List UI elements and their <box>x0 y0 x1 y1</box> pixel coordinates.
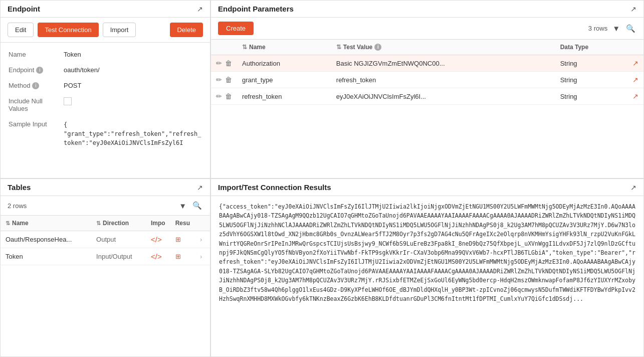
edit-row3-icon[interactable]: ✏ <box>216 92 222 100</box>
params-rows-info: 3 rows ▼ 🔍 <box>588 23 636 34</box>
tables-toolbar: 2 rows ▼ 🔍 <box>1 196 210 216</box>
params-table-header-row: ⇅ Name ⇅ Test Value i Data Type <box>211 40 643 55</box>
name-value: Token <box>64 49 202 58</box>
tables-result-col-header: Resu <box>170 216 195 231</box>
endpoint-toolbar: Edit Test Connection Import Delete <box>1 18 210 43</box>
ext-link-col-header <box>627 40 643 55</box>
tables-row2-grid-icon[interactable]: ⊞ <box>170 248 195 265</box>
row1-ext-link[interactable]: ↗ <box>627 55 643 72</box>
tables-row2-name: Token <box>1 248 91 265</box>
test-connection-button[interactable]: Test Connection <box>38 23 98 37</box>
results-text: {"access_token":"eyJ0eXAiOiJNVClsImFsZyI… <box>219 202 635 303</box>
name-row: Name Token <box>9 49 202 58</box>
endpoint-info-icon[interactable]: i <box>36 67 43 74</box>
results-title: Import/Test Connection Results <box>218 183 331 192</box>
method-label: Method i <box>9 80 64 89</box>
import-button[interactable]: Import <box>103 23 136 37</box>
include-null-row: Include Null Values <box>9 95 202 112</box>
tables-row2-direction: Input/Output <box>91 248 146 265</box>
test-val-info-icon[interactable]: i <box>374 44 381 51</box>
method-value: POST <box>64 80 202 89</box>
tables-table-container: ⇅ Name ⇅ Direction Impo Resu <box>1 216 210 356</box>
create-button[interactable]: Create <box>218 22 254 35</box>
tables-row2-code-icon[interactable]: </> <box>146 248 170 265</box>
row2-actions: ✏ 🗑 <box>211 72 237 88</box>
row2-name: grant_type <box>237 72 331 88</box>
results-expand-icon[interactable]: ↗ <box>630 184 636 192</box>
row2-data-type: String <box>555 72 627 88</box>
params-panel: Endpoint Parameters ↗ Create 3 rows ▼ 🔍 … <box>210 0 644 178</box>
tables-title: Tables <box>8 183 31 192</box>
tables-row1-name: Oauth/ResponseHea... <box>1 231 91 248</box>
test-value-col-header[interactable]: ⇅ Test Value i <box>331 40 555 55</box>
tables-row1-grid-icon[interactable]: ⊞ <box>170 231 195 248</box>
sample-input-value: { "grant_type":"refresh_token","refresh_… <box>64 118 202 147</box>
results-header: Import/Test Connection Results ↗ <box>211 179 643 196</box>
params-search-icon[interactable]: 🔍 <box>625 23 636 34</box>
checkbox[interactable] <box>64 97 72 105</box>
row3-name: refresh_token <box>237 88 331 105</box>
params-table-container: ⇅ Name ⇅ Test Value i Data Type <box>211 40 643 178</box>
delete-row1-icon[interactable]: 🗑 <box>225 59 232 67</box>
tables-search-icon[interactable]: 🔍 <box>191 200 203 211</box>
results-panel: Import/Test Connection Results ↗ {"acces… <box>210 178 644 357</box>
sample-input-label: Sample Input <box>9 118 64 128</box>
row2-test-value: refresh_token <box>331 72 555 88</box>
endpoint-content: Name Token Endpoint i oauth/token/ Metho… <box>1 43 210 178</box>
params-title: Endpoint Parameters <box>218 5 294 13</box>
tables-row1-arrow[interactable]: › <box>195 231 210 248</box>
endpoint-value: oauth/token/ <box>64 64 202 74</box>
tables-name-col-header[interactable]: ⇅ Name <box>1 216 91 231</box>
delete-row2-icon[interactable]: 🗑 <box>225 76 232 84</box>
params-filter-icon[interactable]: ▼ <box>611 23 621 34</box>
tables-header: Tables ↗ <box>1 179 210 196</box>
params-expand-icon[interactable]: ↗ <box>630 5 636 13</box>
tables-rows-count: 2 rows <box>8 202 27 210</box>
params-toolbar: Create 3 rows ▼ 🔍 <box>211 18 643 40</box>
params-header: Endpoint Parameters ↗ <box>211 1 643 18</box>
tables-row2-arrow[interactable]: › <box>195 248 210 265</box>
method-row: Method i POST <box>9 80 202 89</box>
table-row: ✏ 🗑 Authorization Basic NGJIZGVmZmEtNWQ0… <box>211 55 643 72</box>
table-row: ✏ 🗑 grant_type refresh_token String ↗ <box>211 72 643 88</box>
row1-data-type: String <box>555 55 627 72</box>
endpoint-title: Endpoint <box>8 5 40 13</box>
endpoint-expand-icon[interactable]: ↗ <box>197 5 203 13</box>
results-content: {"access_token":"eyJ0eXAiOiJNVClsImFsZyI… <box>211 196 643 356</box>
edit-row2-icon[interactable]: ✏ <box>216 76 222 84</box>
params-rows-count: 3 rows <box>588 25 607 32</box>
tables-table: ⇅ Name ⇅ Direction Impo Resu <box>1 216 210 265</box>
include-null-checkbox[interactable] <box>64 95 202 107</box>
actions-col-header <box>211 40 237 55</box>
edit-button[interactable]: Edit <box>8 23 34 37</box>
tables-filter-icon[interactable]: ▼ <box>178 201 187 211</box>
row3-actions: ✏ 🗑 <box>211 88 237 105</box>
delete-row3-icon[interactable]: 🗑 <box>225 92 232 100</box>
endpoint-header: Endpoint ↗ <box>1 1 210 18</box>
delete-button[interactable]: Delete <box>170 23 203 37</box>
endpoint-row: Endpoint i oauth/token/ <box>9 64 202 74</box>
row3-test-value: eyJ0eXAiOiJNVClsImFsZyl6I... <box>331 88 555 105</box>
tables-expand-icon[interactable]: ↗ <box>197 184 203 192</box>
sample-input-row: Sample Input { "grant_type":"refresh_tok… <box>9 118 202 147</box>
sort-icon: ⇅ <box>242 44 247 51</box>
tables-nav-col-header <box>195 216 210 231</box>
row3-ext-link[interactable]: ↗ <box>627 88 643 105</box>
row1-test-value: Basic NGJIZGVmZmEtNWQ0NC00... <box>331 55 555 72</box>
tables-row1-code-icon[interactable]: </> <box>146 231 170 248</box>
endpoint-label: Endpoint i <box>9 64 64 74</box>
row1-actions: ✏ 🗑 <box>211 55 237 72</box>
row2-ext-link[interactable]: ↗ <box>627 72 643 88</box>
tables-panel: Tables ↗ 2 rows ▼ 🔍 ⇅ Name ⇅ <box>0 178 210 357</box>
method-info-icon[interactable]: i <box>32 82 39 89</box>
row3-data-type: String <box>555 88 627 105</box>
row1-name: Authorization <box>237 55 331 72</box>
test-val-sort-icon: ⇅ <box>336 44 341 51</box>
data-type-col-header[interactable]: Data Type <box>555 40 627 55</box>
tables-import-col-header: Impo <box>146 216 170 231</box>
table-row: Oauth/ResponseHea... Output </> ⊞ › <box>1 231 210 248</box>
name-col-header[interactable]: ⇅ Name <box>237 40 331 55</box>
tables-direction-col-header[interactable]: ⇅ Direction <box>91 216 146 231</box>
name-label: Name <box>9 49 64 58</box>
edit-row1-icon[interactable]: ✏ <box>216 59 222 67</box>
